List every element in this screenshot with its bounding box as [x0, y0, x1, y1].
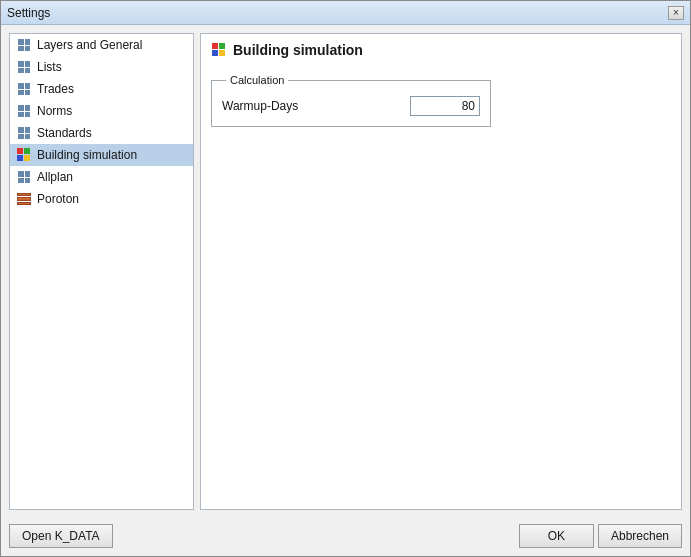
sidebar: Layers and General Lists — [9, 33, 194, 510]
calculation-fieldset: Calculation Warmup-Days — [211, 74, 491, 127]
svg-rect-7 — [219, 50, 225, 56]
grid-icon — [16, 103, 32, 119]
window-body: Layers and General Lists — [1, 25, 690, 556]
sidebar-item-label: Poroton — [37, 192, 79, 206]
bottom-bar: Open K_DATA OK Abbrechen — [9, 518, 682, 548]
title-bar: Settings × — [1, 1, 690, 25]
panel-body: Calculation Warmup-Days — [201, 64, 681, 509]
svg-rect-1 — [24, 148, 30, 154]
open-kdata-button[interactable]: Open K_DATA — [9, 524, 113, 548]
sidebar-item-standards[interactable]: Standards — [10, 122, 193, 144]
svg-rect-4 — [212, 43, 218, 49]
grid-icon — [16, 59, 32, 75]
warmup-days-input[interactable] — [410, 96, 480, 116]
grid-icon — [16, 37, 32, 53]
sidebar-item-label: Building simulation — [37, 148, 137, 162]
right-panel: Building simulation Calculation Warmup-D… — [200, 33, 682, 510]
main-content: Layers and General Lists — [9, 33, 682, 510]
warmup-days-row: Warmup-Days — [222, 96, 480, 116]
warmup-days-label: Warmup-Days — [222, 99, 298, 113]
brick-icon — [16, 191, 32, 207]
panel-title: Building simulation — [233, 42, 363, 58]
sidebar-item-layers-general[interactable]: Layers and General — [10, 34, 193, 56]
sidebar-item-trades[interactable]: Trades — [10, 78, 193, 100]
sidebar-item-label: Norms — [37, 104, 72, 118]
grid-icon — [16, 169, 32, 185]
ok-button[interactable]: OK — [519, 524, 594, 548]
svg-rect-5 — [219, 43, 225, 49]
sidebar-item-label: Layers and General — [37, 38, 142, 52]
svg-rect-3 — [24, 155, 30, 161]
grid-icon — [16, 125, 32, 141]
cube-icon — [16, 147, 32, 163]
sidebar-item-allplan[interactable]: Allplan — [10, 166, 193, 188]
sidebar-item-label: Lists — [37, 60, 62, 74]
sidebar-item-norms[interactable]: Norms — [10, 100, 193, 122]
svg-rect-2 — [17, 155, 23, 161]
svg-rect-6 — [212, 50, 218, 56]
cancel-button[interactable]: Abbrechen — [598, 524, 682, 548]
close-button[interactable]: × — [668, 6, 684, 20]
panel-cube-icon — [211, 42, 227, 58]
dialog-buttons: OK Abbrechen — [519, 524, 682, 548]
svg-rect-0 — [17, 148, 23, 154]
fieldset-legend: Calculation — [226, 74, 288, 86]
grid-icon — [16, 81, 32, 97]
settings-window: Settings × Layers and General — [0, 0, 691, 557]
sidebar-item-lists[interactable]: Lists — [10, 56, 193, 78]
sidebar-item-label: Allplan — [37, 170, 73, 184]
sidebar-item-label: Standards — [37, 126, 92, 140]
panel-header: Building simulation — [201, 34, 681, 64]
sidebar-item-building-simulation[interactable]: Building simulation — [10, 144, 193, 166]
sidebar-item-poroton[interactable]: Poroton — [10, 188, 193, 210]
window-title: Settings — [7, 6, 50, 20]
sidebar-item-label: Trades — [37, 82, 74, 96]
